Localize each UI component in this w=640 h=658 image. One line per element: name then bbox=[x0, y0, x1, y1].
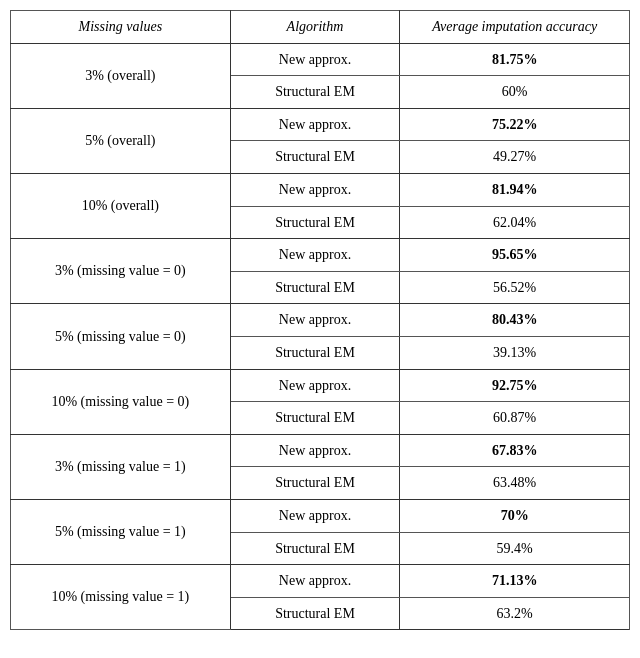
algorithm-cell: New approx. bbox=[230, 369, 400, 402]
missing-value-label: 10% (missing value = 1) bbox=[11, 565, 231, 630]
table-row: 3% (missing value = 1)New approx.67.83% bbox=[11, 434, 630, 467]
accuracy-value: 95.65% bbox=[400, 239, 630, 272]
algorithm-cell: New approx. bbox=[230, 43, 400, 76]
accuracy-value: 80.43% bbox=[400, 304, 630, 337]
table-row: 3% (overall)New approx.81.75% bbox=[11, 43, 630, 76]
accuracy-value: 75.22% bbox=[400, 108, 630, 141]
accuracy-value: 60.87% bbox=[400, 402, 630, 435]
algorithm-cell: Structural EM bbox=[230, 271, 400, 304]
missing-value-label: 3% (overall) bbox=[11, 43, 231, 108]
algorithm-cell: Structural EM bbox=[230, 141, 400, 174]
table-row: 10% (overall)New approx.81.94% bbox=[11, 173, 630, 206]
missing-value-label: 3% (missing value = 1) bbox=[11, 434, 231, 499]
algorithm-cell: Structural EM bbox=[230, 597, 400, 630]
header-missing: Missing values bbox=[11, 11, 231, 44]
table-row: 5% (missing value = 1)New approx.70% bbox=[11, 499, 630, 532]
algorithm-cell: Structural EM bbox=[230, 532, 400, 565]
table-row: 5% (missing value = 0)New approx.80.43% bbox=[11, 304, 630, 337]
algorithm-cell: Structural EM bbox=[230, 206, 400, 239]
accuracy-value: 60% bbox=[400, 76, 630, 109]
accuracy-value: 63.48% bbox=[400, 467, 630, 500]
accuracy-value: 70% bbox=[400, 499, 630, 532]
algorithm-cell: New approx. bbox=[230, 434, 400, 467]
accuracy-value: 92.75% bbox=[400, 369, 630, 402]
accuracy-value: 39.13% bbox=[400, 336, 630, 369]
accuracy-value: 49.27% bbox=[400, 141, 630, 174]
algorithm-cell: New approx. bbox=[230, 239, 400, 272]
accuracy-value: 81.75% bbox=[400, 43, 630, 76]
header-accuracy: Average imputation accuracy bbox=[400, 11, 630, 44]
table-row: 10% (missing value = 1)New approx.71.13% bbox=[11, 565, 630, 598]
table-row: 3% (missing value = 0)New approx.95.65% bbox=[11, 239, 630, 272]
table-row: 10% (missing value = 0)New approx.92.75% bbox=[11, 369, 630, 402]
algorithm-cell: New approx. bbox=[230, 499, 400, 532]
algorithm-cell: Structural EM bbox=[230, 336, 400, 369]
algorithm-cell: Structural EM bbox=[230, 76, 400, 109]
header-algorithm: Algorithm bbox=[230, 11, 400, 44]
table-row: 5% (overall)New approx.75.22% bbox=[11, 108, 630, 141]
missing-value-label: 5% (missing value = 0) bbox=[11, 304, 231, 369]
results-table: Missing values Algorithm Average imputat… bbox=[10, 10, 630, 630]
accuracy-value: 81.94% bbox=[400, 173, 630, 206]
missing-value-label: 10% (missing value = 0) bbox=[11, 369, 231, 434]
missing-value-label: 3% (missing value = 0) bbox=[11, 239, 231, 304]
algorithm-cell: New approx. bbox=[230, 304, 400, 337]
accuracy-value: 56.52% bbox=[400, 271, 630, 304]
missing-value-label: 5% (missing value = 1) bbox=[11, 499, 231, 564]
algorithm-cell: New approx. bbox=[230, 108, 400, 141]
missing-value-label: 5% (overall) bbox=[11, 108, 231, 173]
accuracy-value: 63.2% bbox=[400, 597, 630, 630]
algorithm-cell: Structural EM bbox=[230, 467, 400, 500]
accuracy-value: 71.13% bbox=[400, 565, 630, 598]
algorithm-cell: New approx. bbox=[230, 565, 400, 598]
algorithm-cell: Structural EM bbox=[230, 402, 400, 435]
missing-value-label: 10% (overall) bbox=[11, 173, 231, 238]
accuracy-value: 62.04% bbox=[400, 206, 630, 239]
accuracy-value: 59.4% bbox=[400, 532, 630, 565]
accuracy-value: 67.83% bbox=[400, 434, 630, 467]
algorithm-cell: New approx. bbox=[230, 173, 400, 206]
